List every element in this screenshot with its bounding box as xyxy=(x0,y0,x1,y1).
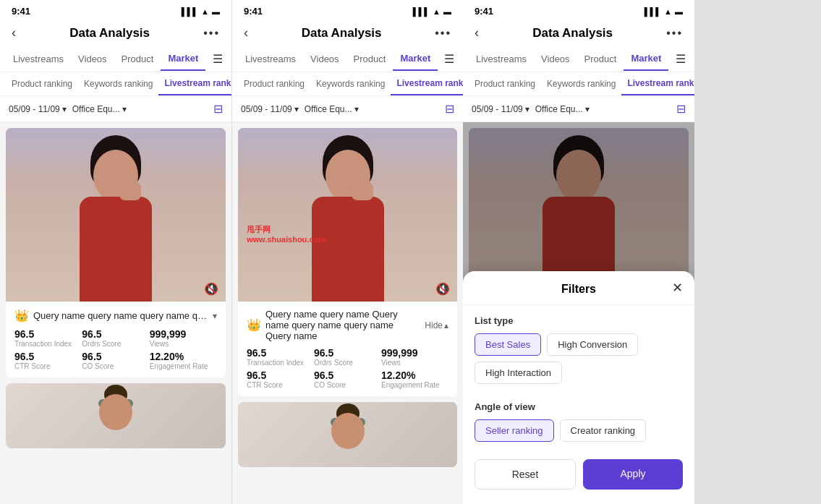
sub-tabs-2: Product ranking Keywords ranking Livestr… xyxy=(232,72,463,96)
filter-bar-1: 05/09 - 11/09 ▾ Office Equ... ▾ ⊟ xyxy=(0,96,231,122)
more-button-3[interactable]: ••• xyxy=(666,27,683,40)
sub-tab-product-1[interactable]: Product ranking xyxy=(6,73,78,95)
card-title-text-2: Query name query name Query name query n… xyxy=(265,309,420,341)
tab-videos-1[interactable]: Videos xyxy=(71,48,114,70)
page-title-1: Data Analysis xyxy=(69,26,150,40)
wifi-icon-2: ▲ xyxy=(433,7,441,16)
tabs-row-3: Livestreams Videos Product Market ☰ xyxy=(463,46,694,72)
status-bar-1: 9:41 ▌▌▌ ▲ ▬ xyxy=(0,0,231,20)
status-icons-2: ▌▌▌ ▲ ▬ xyxy=(413,7,451,16)
filter-bar-3: 05/09 - 11/09 ▾ Office Equ... ▾ ⊟ xyxy=(463,96,694,122)
stat-transaction-1: 96.5 Transaction Index xyxy=(14,328,82,348)
chip-high-interaction[interactable]: High Interaction xyxy=(475,362,562,384)
card-bg-1 xyxy=(6,128,226,302)
stat-transaction-2: 96.5 Transaction Index xyxy=(247,347,314,367)
filter-modal-title: Filters xyxy=(561,283,596,296)
header-2: ‹ Data Analysis ••• xyxy=(232,20,463,46)
more-button-2[interactable]: ••• xyxy=(435,27,451,40)
category-filter-3[interactable]: Office Equ... ▾ xyxy=(535,104,590,114)
signal-icon-3: ▌▌▌ xyxy=(645,7,661,16)
date-filter-1[interactable]: 05/09 - 11/09 ▾ xyxy=(9,104,67,114)
tab-livestreams-2[interactable]: Livestreams xyxy=(238,48,303,70)
tab-market-2[interactable]: Market xyxy=(393,47,438,71)
filter-icon-2[interactable]: ⊟ xyxy=(445,102,454,116)
battery-icon-2: ▬ xyxy=(443,7,451,16)
sub-tab-product-3[interactable]: Product ranking xyxy=(469,73,541,95)
stat-co-2: 96.5 CO Score xyxy=(314,370,381,389)
sub-tab-livestream-3[interactable]: Livestream ranking xyxy=(621,72,694,95)
content-area-1: 🔇 👑 Query name query name query name qu.… xyxy=(0,122,231,504)
reset-button[interactable]: Reset xyxy=(475,459,576,490)
sub-tab-keywords-1[interactable]: Keywords ranking xyxy=(78,73,158,95)
chevron-down-icon-3: ▾ xyxy=(294,104,299,114)
panel-2: 9:41 ▌▌▌ ▲ ▬ ‹ Data Analysis ••• Livestr… xyxy=(231,0,463,504)
more-button-1[interactable]: ••• xyxy=(203,27,220,40)
preview-face xyxy=(99,394,132,430)
sub-tabs-1: Product ranking Keywords ranking Livestr… xyxy=(0,72,231,96)
card-title-text-1: Query name query name query name qu... xyxy=(33,310,208,321)
list-type-title: List type xyxy=(475,315,683,326)
chevron-down-icon-2: ▾ xyxy=(122,104,127,114)
tab-videos-3[interactable]: Videos xyxy=(534,48,577,70)
chip-creator-ranking[interactable]: Creator ranking xyxy=(560,419,647,442)
stat-engagement-1: 12.20% Engagement Rate xyxy=(150,351,217,370)
list-type-chips: Best Sales High Conversion High Interact… xyxy=(475,333,683,384)
wifi-icon-3: ▲ xyxy=(664,7,672,16)
sub-tab-product-2[interactable]: Product ranking xyxy=(238,73,310,95)
date-filter-2[interactable]: 05/09 - 11/09 ▾ xyxy=(241,104,299,114)
filter-icon-3[interactable]: ⊟ xyxy=(676,102,686,116)
tab-livestreams-3[interactable]: Livestreams xyxy=(469,48,534,70)
chip-best-sales[interactable]: Best Sales xyxy=(475,333,541,356)
date-filter-3[interactable]: 05/09 - 11/09 ▾ xyxy=(472,104,529,114)
back-button-2[interactable]: ‹ xyxy=(244,25,248,40)
tab-product-3[interactable]: Product xyxy=(577,48,624,70)
filter-modal-header: Filters ✕ xyxy=(463,271,694,305)
hand xyxy=(119,182,141,200)
chevron-down-icon-4: ▾ xyxy=(354,104,359,114)
volume-icon-2[interactable]: 🔇 xyxy=(435,282,450,296)
sub-tab-livestream-1[interactable]: Livestream ranking xyxy=(158,72,231,95)
status-time-2: 9:41 xyxy=(244,6,263,17)
sub-tab-livestream-2[interactable]: Livestream ranking xyxy=(391,72,463,95)
tab-menu-icon-1[interactable]: ☰ xyxy=(210,46,226,72)
stats-grid-2: 96.5 Transaction Index 96.5 Ordrs Score … xyxy=(247,347,448,389)
header-1: ‹ Data Analysis ••• xyxy=(0,20,231,46)
hide-button[interactable]: Hide ▴ xyxy=(425,320,448,330)
crown-icon-2: 👑 xyxy=(247,318,261,332)
back-button-3[interactable]: ‹ xyxy=(475,25,479,40)
tab-market-3[interactable]: Market xyxy=(624,47,668,71)
sub-tab-keywords-3[interactable]: Keywords ranking xyxy=(541,73,621,95)
status-time-3: 9:41 xyxy=(475,6,493,17)
filter-bar-2: 05/09 - 11/09 ▾ Office Equ... ▾ ⊟ xyxy=(232,96,463,122)
sub-tab-keywords-2[interactable]: Keywords ranking xyxy=(310,73,391,95)
chip-high-conversion[interactable]: High Conversion xyxy=(547,333,638,356)
card-info-1: 👑 Query name query name query name qu...… xyxy=(6,302,226,377)
tab-product-2[interactable]: Product xyxy=(346,48,394,70)
tab-market-1[interactable]: Market xyxy=(161,47,205,71)
stream-card-2: 🔇 👑 Query name query name Query name que… xyxy=(238,128,457,396)
filter-icon-1[interactable]: ⊟ xyxy=(213,102,223,116)
chip-seller-ranking[interactable]: Seller ranking xyxy=(475,419,554,442)
angle-section: Angle of view Seller ranking Creator ran… xyxy=(463,391,694,449)
apply-button[interactable]: Apply xyxy=(583,459,683,490)
tab-videos-2[interactable]: Videos xyxy=(303,48,346,70)
signal-icon: ▌▌▌ xyxy=(182,7,198,16)
category-filter-1[interactable]: Office Equ... ▾ xyxy=(72,104,127,114)
tab-menu-icon-3[interactable]: ☰ xyxy=(673,46,689,72)
stream-card-preview-1 xyxy=(6,383,226,448)
status-icons-1: ▌▌▌ ▲ ▬ xyxy=(182,7,220,16)
expand-icon-1[interactable]: ▾ xyxy=(213,311,217,321)
stat-ctr-2: 96.5 CTR Score xyxy=(247,370,314,389)
card-title-row-1: 👑 Query name query name query name qu...… xyxy=(14,309,217,323)
tab-livestreams-1[interactable]: Livestreams xyxy=(6,48,71,70)
page-title-2: Data Analysis xyxy=(302,26,382,40)
tab-product-1[interactable]: Product xyxy=(114,48,161,70)
stats-grid-1: 96.5 Transaction Index 96.5 Ordrs Score … xyxy=(14,328,217,370)
angle-title: Angle of view xyxy=(475,401,683,412)
filter-close-button[interactable]: ✕ xyxy=(672,280,683,296)
volume-icon-1[interactable]: 🔇 xyxy=(204,282,218,296)
category-filter-2[interactable]: Office Equ... ▾ xyxy=(305,104,359,114)
card-info-2: 👑 Query name query name Query name query… xyxy=(238,302,457,396)
back-button-1[interactable]: ‹ xyxy=(12,25,16,40)
tab-menu-icon-2[interactable]: ☰ xyxy=(441,46,457,72)
